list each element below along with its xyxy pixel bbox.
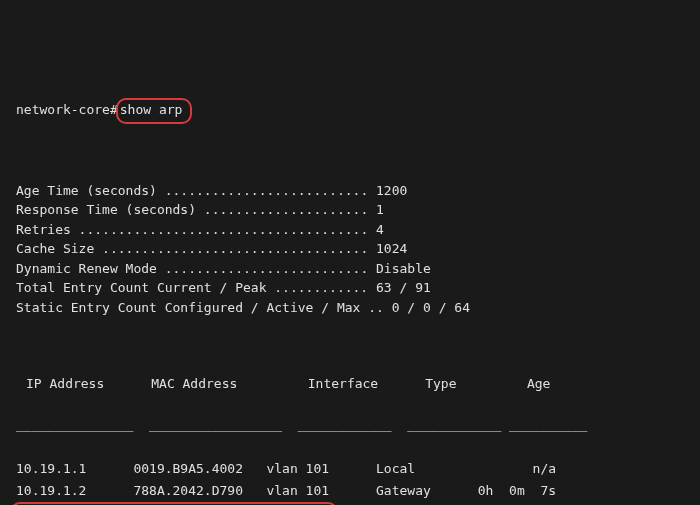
setting-line: Dynamic Renew Mode .....................… — [16, 259, 684, 279]
arp-table-body: 10.19.1.1 0019.B9A5.4002 vlan 101 Local … — [16, 458, 684, 505]
prompt-line: network-core#show arp — [16, 98, 684, 124]
table-row: 10.19.1.2 788A.2042.D790 vlan 101 Gatewa… — [16, 480, 684, 502]
cell-ip: 10.19.1.2 — [16, 483, 133, 498]
cell-type: Local — [376, 461, 470, 476]
cell-interface: vlan 101 — [266, 461, 376, 476]
setting-label: Response Time (seconds) — [16, 202, 196, 217]
setting-value: 4 — [376, 222, 384, 237]
setting-line: Total Entry Count Current / Peak .......… — [16, 278, 684, 298]
cell-mac: 0019.B9A5.4002 — [133, 461, 266, 476]
prompt-command: show arp — [116, 98, 193, 124]
setting-value: Disable — [376, 261, 431, 276]
arp-table-divider: _______________ _________________ ______… — [16, 415, 684, 439]
setting-value: 0 / 0 / 64 — [392, 300, 470, 315]
setting-label: Retries — [16, 222, 71, 237]
setting-label: Dynamic Renew Mode — [16, 261, 157, 276]
setting-value: 1200 — [376, 183, 407, 198]
setting-label: Total Entry Count Current / Peak — [16, 280, 266, 295]
arp-table-header: IP Address MAC Address Interface Type Ag… — [16, 370, 684, 396]
cell-interface: vlan 101 — [266, 483, 376, 498]
setting-line: Age Time (seconds) .....................… — [16, 181, 684, 201]
arp-settings-block: Age Time (seconds) .....................… — [16, 181, 684, 318]
setting-label: Static Entry Count Configured / Active /… — [16, 300, 360, 315]
setting-value: 1 — [376, 202, 384, 217]
cell-mac: 788A.2042.D790 — [133, 483, 266, 498]
setting-label: Age Time (seconds) — [16, 183, 157, 198]
setting-line: Cache Size .............................… — [16, 239, 684, 259]
setting-line: Retries ................................… — [16, 220, 684, 240]
cell-type: Gateway — [376, 483, 470, 498]
cell-age: 0h 0m 7s — [470, 483, 556, 498]
cell-age: n/a — [470, 461, 556, 476]
prompt-host: network-core# — [16, 102, 118, 117]
setting-value: 1024 — [376, 241, 407, 256]
setting-line: Static Entry Count Configured / Active /… — [16, 298, 684, 318]
setting-line: Response Time (seconds) ................… — [16, 200, 684, 220]
cell-ip: 10.19.1.1 — [16, 461, 133, 476]
table-row: 10.19.1.3 FCF2.6DA4.FA2C vlan 101 Dynami… — [16, 501, 684, 505]
table-row: 10.19.1.1 0019.B9A5.4002 vlan 101 Local … — [16, 458, 684, 480]
setting-value: 63 / 91 — [376, 280, 431, 295]
setting-label: Cache Size — [16, 241, 94, 256]
